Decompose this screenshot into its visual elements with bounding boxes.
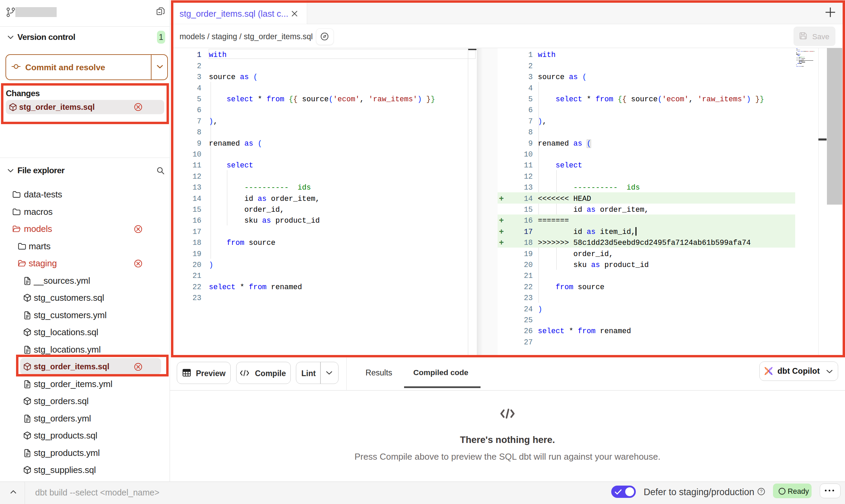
svg-text:?: ? — [760, 489, 763, 494]
